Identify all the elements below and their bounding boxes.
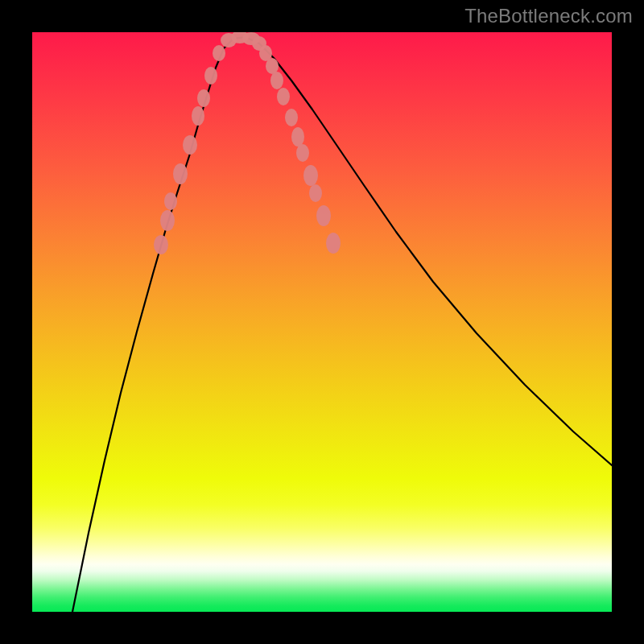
curve-marker <box>183 135 197 155</box>
bottleneck-curve <box>32 32 612 612</box>
curve-marker <box>204 67 217 85</box>
curve-marker <box>192 106 204 126</box>
chart-frame: TheBottleneck.com <box>0 0 644 644</box>
curve-marker <box>160 210 175 231</box>
curve-marker <box>154 235 168 254</box>
curve-marker <box>285 109 298 126</box>
curve-marker <box>326 233 341 254</box>
curve-marker <box>316 205 331 226</box>
curve-marker <box>277 88 290 105</box>
curve-marker <box>309 184 322 202</box>
curve-marker <box>173 163 188 184</box>
plot-area <box>32 32 612 612</box>
curve-marker <box>213 45 225 61</box>
curve-marker <box>197 89 210 107</box>
curve-marker <box>270 72 283 89</box>
watermark-text: TheBottleneck.com <box>464 5 633 27</box>
curve-marker <box>303 165 318 186</box>
curve-marker <box>164 192 177 210</box>
curve-marker <box>296 144 309 162</box>
